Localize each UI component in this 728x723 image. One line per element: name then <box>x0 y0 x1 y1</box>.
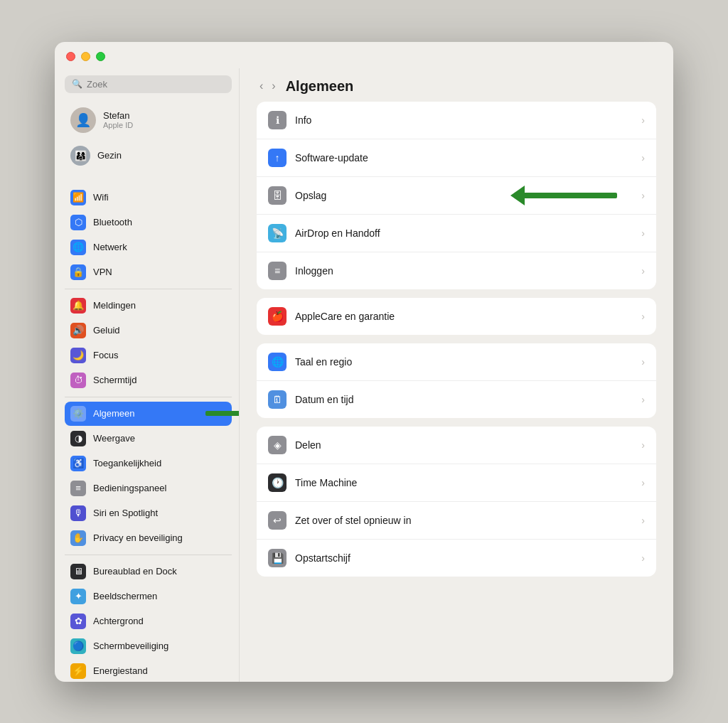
opslag-chevron: › <box>641 190 645 201</box>
sidebar-item-geluid[interactable]: 🔊Geluid <box>65 318 232 343</box>
timemachine-label: Time Machine <box>295 477 633 488</box>
maximize-button[interactable] <box>96 52 105 61</box>
sidebar-item-energiestand[interactable]: ⚡Energiestand <box>65 659 232 682</box>
datum-icon: 🗓 <box>268 390 287 409</box>
sidebar-item-vpn[interactable]: 🔒VPN <box>65 260 232 284</box>
search-input[interactable] <box>87 79 225 90</box>
settings-group-group4: ◈Delen›🕐Time Machine›↩Zet over of stel o… <box>257 427 656 577</box>
vpn-icon: 🔒 <box>70 264 86 280</box>
sidebar-item-bedieningspaneel[interactable]: ≡Bedieningspaneel <box>65 476 232 500</box>
settings-row-datum[interactable]: 🗓Datum en tijd› <box>257 381 656 418</box>
bedieningspaneel-icon: ≡ <box>70 481 86 496</box>
sidebar-item-schermbeveiliging[interactable]: 🔵Schermbeveiliging <box>65 634 232 658</box>
settings-row-taal[interactable]: 🌐Taal en regio› <box>257 343 656 381</box>
back-button[interactable]: ‹ <box>257 78 266 94</box>
sidebar-item-bluetooth[interactable]: ⬡Bluetooth <box>65 210 232 235</box>
sidebar-arrow-wrapper: ⚙️Algemeen <box>65 402 232 426</box>
achtergrond-label: Achtergrond <box>93 616 144 626</box>
algemeen-icon: ⚙️ <box>70 406 86 422</box>
sidebar-item-beeldschermen[interactable]: ✦Beeldschermen <box>65 584 232 609</box>
user-section[interactable]: 👤 Stefan Apple ID <box>65 103 232 137</box>
energiestand-icon: ⚡ <box>70 663 86 679</box>
opslag-label: Opslag <box>295 190 633 201</box>
settings-row-airdrop[interactable]: 📡AirDrop en Handoff› <box>257 215 656 252</box>
sidebar-item-privacy[interactable]: ✋Privacy en beveiliging <box>65 526 232 550</box>
wifi-label: Wifi <box>93 192 109 203</box>
sidebar-item-schermtijd[interactable]: ⏱Schermtijd <box>65 368 232 392</box>
settings-row-zet[interactable]: ↩Zet over of stel opnieuw in› <box>257 502 656 540</box>
privacy-label: Privacy en beveiliging <box>93 532 183 543</box>
forward-button[interactable]: › <box>269 78 278 94</box>
taal-label: Taal en regio <box>295 356 633 368</box>
zet-icon: ↩ <box>268 511 287 530</box>
delen-chevron: › <box>641 439 645 451</box>
inloggen-chevron: › <box>641 265 645 277</box>
schermtijd-icon: ⏱ <box>70 373 86 388</box>
settings-row-opslag[interactable]: 🗄Opslag › <box>257 177 656 215</box>
weergave-icon: ◑ <box>70 431 86 446</box>
minimize-button[interactable] <box>81 52 90 61</box>
sidebar-item-toegankelijkheid[interactable]: ♿Toegankelijkheid <box>65 451 232 476</box>
focus-icon: 🌙 <box>70 348 86 363</box>
sidebar-item-algemeen[interactable]: ⚙️Algemeen <box>65 402 232 426</box>
settings-row-info[interactable]: ℹInfo› <box>257 102 656 139</box>
sidebar-item-weergave[interactable]: ◑Weergave <box>65 427 232 451</box>
sidebar-item-meldingen[interactable]: 🔔Meldingen <box>65 294 232 318</box>
beeldschermen-label: Beeldschermen <box>93 591 157 601</box>
taal-chevron: › <box>641 356 645 368</box>
sidebar-item-wifi[interactable]: 📶Wifi <box>65 186 232 210</box>
nav-buttons: ‹ › <box>257 78 279 94</box>
meldingen-label: Meldingen <box>93 300 136 311</box>
taal-icon: 🌐 <box>268 353 287 371</box>
bluetooth-icon: ⬡ <box>70 215 86 230</box>
avatar: 👤 <box>70 107 96 133</box>
info-chevron: › <box>641 114 645 126</box>
sidebar: 🔍 👤 Stefan Apple ID 👨‍👩‍👧 Gezin 📶Wifi⬡Bl… <box>55 68 240 682</box>
sidebar-item-achtergrond[interactable]: ✿Achtergrond <box>65 609 232 633</box>
bluetooth-label: Bluetooth <box>93 217 132 227</box>
user-info: Stefan Apple ID <box>103 110 133 129</box>
geluid-icon: 🔊 <box>70 323 86 338</box>
update-chevron: › <box>641 152 645 164</box>
settings-row-delen[interactable]: ◈Delen› <box>257 427 656 464</box>
sidebar-item-siri[interactable]: 🎙Siri en Spotlight <box>65 501 232 525</box>
bureaublad-icon: 🖥 <box>70 564 86 579</box>
weergave-label: Weergave <box>93 433 135 444</box>
opstartschijf-icon: 💾 <box>268 549 287 567</box>
settings-row-opstartschijf[interactable]: 💾Opstartschijf› <box>257 540 656 577</box>
zet-label: Zet over of stel opnieuw in <box>295 515 633 526</box>
airdrop-label: AirDrop en Handoff <box>295 227 633 239</box>
siri-label: Siri en Spotlight <box>93 508 158 518</box>
settings-row-applecare[interactable]: 🍎AppleCare en garantie› <box>257 298 656 335</box>
page-title: Algemeen <box>286 78 656 95</box>
airdrop-icon: 📡 <box>268 224 287 242</box>
settings-row-timemachine[interactable]: 🕐Time Machine› <box>257 464 656 502</box>
inloggen-label: Inloggen <box>295 265 633 277</box>
sidebar-item-netwerk[interactable]: 🌐Netwerk <box>65 235 232 259</box>
sidebar-item-bureaublad[interactable]: 🖥Bureaublad en Dock <box>65 559 232 584</box>
sidebar-item-focus[interactable]: 🌙Focus <box>65 343 232 368</box>
schermbeveiliging-label: Schermbeveiliging <box>93 641 168 651</box>
gezin-label: Gezin <box>97 150 122 161</box>
delen-icon: ◈ <box>268 436 287 454</box>
settings-group-group3: 🌐Taal en regio›🗓Datum en tijd› <box>257 343 656 418</box>
beeldschermen-icon: ✦ <box>70 589 86 604</box>
sidebar-item-gezin[interactable]: 👨‍👩‍👧 Gezin <box>65 141 232 170</box>
schermbeveiliging-icon: 🔵 <box>70 638 86 654</box>
divider-3 <box>65 397 232 397</box>
content-groups: ℹInfo›↑Software-update›🗄Opslag ›📡AirDrop… <box>257 102 656 577</box>
main-layout: 🔍 👤 Stefan Apple ID 👨‍👩‍👧 Gezin 📶Wifi⬡Bl… <box>55 68 673 682</box>
zet-chevron: › <box>641 515 645 526</box>
timemachine-chevron: › <box>641 477 645 488</box>
bureaublad-label: Bureaublad en Dock <box>93 566 177 577</box>
siri-icon: 🎙 <box>70 505 86 521</box>
toegankelijkheid-icon: ♿ <box>70 456 86 471</box>
divider-4 <box>65 555 232 555</box>
settings-row-update[interactable]: ↑Software-update› <box>257 139 656 177</box>
settings-row-inloggen[interactable]: ≡Inloggen› <box>257 252 656 289</box>
search-bar[interactable]: 🔍 <box>65 75 232 93</box>
close-button[interactable] <box>66 52 75 61</box>
bedieningspaneel-label: Bedieningspaneel <box>93 483 166 493</box>
energiestand-label: Energiestand <box>93 665 148 676</box>
update-label: Software-update <box>295 152 633 164</box>
